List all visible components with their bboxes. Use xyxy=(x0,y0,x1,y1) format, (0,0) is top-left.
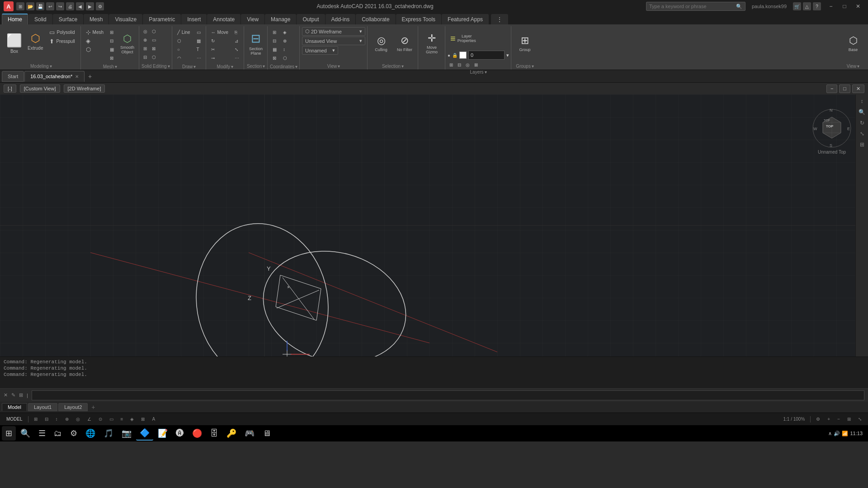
modify-trim-btn[interactable]: ✂ xyxy=(209,45,230,53)
rt-extents-btn[interactable]: ⤡ xyxy=(857,129,867,139)
move-gizmo-button[interactable]: ✛ MoveGizmo xyxy=(420,27,443,60)
file-explorer-btn[interactable]: 🗂 xyxy=(50,426,66,441)
modeling-label[interactable]: Modeling ▾ xyxy=(4,62,79,70)
app-btn-6[interactable]: 🔴 xyxy=(189,426,206,441)
solid-edit-btn-3[interactable]: ⊞ xyxy=(142,44,149,52)
tab-start[interactable]: Start xyxy=(2,71,24,82)
status-model-label[interactable]: MODEL xyxy=(4,416,25,422)
coord-btn-5[interactable]: ◈ xyxy=(281,28,289,36)
tab-mesh[interactable]: Mesh xyxy=(84,14,108,24)
rt-orbit-btn[interactable]: ↻ xyxy=(857,118,867,128)
mesh-label[interactable]: Mesh ▾ xyxy=(83,64,137,70)
status-snap-btn[interactable]: ⊟ xyxy=(42,416,51,422)
smooth-object-button[interactable]: ⬡ SmoothObject xyxy=(118,27,137,60)
tab-output[interactable]: Output xyxy=(297,14,325,24)
status-minus-btn[interactable]: − xyxy=(835,416,843,422)
modify-label[interactable]: Modify ▾ xyxy=(208,64,242,70)
tab-collaborate[interactable]: Collaborate xyxy=(356,14,395,24)
model-tab-add-button[interactable]: + xyxy=(89,404,98,411)
search-box[interactable]: 🔍 xyxy=(646,2,745,11)
status-settings-btn[interactable]: ⚙ xyxy=(813,416,823,422)
modify-more-btn[interactable]: ⋯ xyxy=(233,54,241,62)
tray-sound-icon[interactable]: 🔊 xyxy=(834,431,840,436)
solid-editing-label[interactable]: Solid Editing ▾ xyxy=(142,62,170,70)
print-icon[interactable]: 🖨 xyxy=(66,2,74,10)
modify-copy-btn[interactable]: ⎘ xyxy=(233,28,241,36)
tab-parametric[interactable]: Parametric xyxy=(143,14,181,24)
photos-btn[interactable]: 📷 xyxy=(118,426,135,441)
tab-surface[interactable]: Surface xyxy=(53,14,83,24)
vp-close-btn[interactable]: ✕ xyxy=(852,84,864,93)
search-taskbar-btn[interactable]: 🔍 xyxy=(17,426,34,441)
coord-btn-8[interactable]: ⬡ xyxy=(281,54,289,62)
modify-move-btn[interactable]: ↔ Move xyxy=(209,28,230,36)
modify-extend-btn[interactable]: ⊸ xyxy=(209,54,230,62)
tab-close-icon[interactable]: ✕ xyxy=(75,74,79,79)
game-btn[interactable]: 🎮 xyxy=(241,426,258,441)
section-label[interactable]: Section ▾ xyxy=(246,62,265,70)
edge-btn[interactable]: 🌐 xyxy=(82,426,99,441)
app-btn-8[interactable]: 🔑 xyxy=(223,426,240,441)
solid-edit-btn-5[interactable]: ⬡ xyxy=(150,27,158,35)
model-tab-layout1[interactable]: Layout1 xyxy=(28,403,57,411)
status-ducs-btn[interactable]: ⊙ xyxy=(96,416,105,422)
layer-input[interactable] xyxy=(468,51,505,60)
draw-line-btn[interactable]: ╱ Line xyxy=(175,28,192,36)
section-plane-button[interactable]: ⊟ SectionPlane xyxy=(246,27,265,60)
redo-icon[interactable]: ↪ xyxy=(56,2,64,10)
draw-more-btn[interactable]: ⋯ xyxy=(195,54,203,62)
tab-featured-apps[interactable]: Featured Apps xyxy=(442,14,489,24)
store-icon[interactable]: 🛒 xyxy=(793,2,801,10)
draw-text-btn[interactable]: T xyxy=(195,45,203,53)
draw-circle-btn[interactable]: ○ xyxy=(175,45,192,53)
tab-view[interactable]: View xyxy=(241,14,264,24)
draw-arc-btn[interactable]: ◠ xyxy=(175,54,192,62)
view-cube[interactable]: N S W E TOP TOP Unnamed Top xyxy=(809,108,854,162)
cmd-pencil-icon[interactable]: ✎ xyxy=(11,392,15,398)
status-osnap-btn[interactable]: ◎ xyxy=(73,416,83,422)
status-polar-btn[interactable]: ⊕ xyxy=(62,416,71,422)
rt-pan-btn[interactable]: ↕ xyxy=(857,96,867,106)
tab-annotate[interactable]: Annotate xyxy=(207,14,241,24)
tab-addins[interactable]: Add-ins xyxy=(326,14,356,24)
layer-btn-1[interactable]: ⊞ xyxy=(448,61,455,69)
presspull-button[interactable]: ⬆ Presspull xyxy=(47,37,76,45)
save-icon[interactable]: 💾 xyxy=(36,2,44,10)
draw-rect-btn[interactable]: ▭ xyxy=(195,28,203,36)
undo-icon[interactable]: ↩ xyxy=(46,2,54,10)
status-dyn-btn[interactable]: ▭ xyxy=(107,416,116,422)
help-icon[interactable]: ? xyxy=(813,2,821,10)
viewport-view-btn[interactable]: [Custom View] xyxy=(20,84,60,93)
status-viewport-btn[interactable]: ⊞ xyxy=(844,416,854,422)
task-view-btn[interactable]: ☰ xyxy=(35,426,49,441)
tab-add-button[interactable]: + xyxy=(85,71,95,81)
cmd-x-icon[interactable]: ✕ xyxy=(4,392,8,398)
base-button[interactable]: ⬡ Base xyxy=(842,27,864,60)
notepad-btn[interactable]: 📝 xyxy=(154,426,171,441)
selection-label[interactable]: Selection ▾ xyxy=(370,62,416,70)
tab-visualize[interactable]: Visualize xyxy=(109,14,142,24)
antivirus-btn[interactable]: 🅐 xyxy=(172,426,188,441)
close-button[interactable]: ✕ xyxy=(852,2,864,11)
rt-window-btn[interactable]: ⊞ xyxy=(857,140,867,150)
unnamed-dropdown[interactable]: Unnamed ▾ xyxy=(302,46,338,55)
solid-edit-btn-8[interactable]: ⬡ xyxy=(150,53,158,61)
status-ortho-btn[interactable]: ↕ xyxy=(53,416,61,422)
solid-edit-btn-6[interactable]: ▭ xyxy=(150,36,158,44)
view-cube-label[interactable]: Unnamed Top xyxy=(818,150,846,155)
tab-octahedron[interactable]: 16.03_octahedron* ✕ xyxy=(24,71,85,82)
groups-label[interactable]: Groups ▾ xyxy=(514,62,536,70)
settings-taskbar-btn[interactable]: ⚙ xyxy=(66,426,81,441)
status-grid-btn[interactable]: ⊞ xyxy=(31,416,40,422)
mesh-btn-1[interactable]: ⊹ Mesh xyxy=(84,28,105,36)
view-label[interactable]: View ▾ xyxy=(302,62,365,70)
saved-view-dropdown[interactable]: Unsaved View ▾ xyxy=(302,37,365,45)
redo2-icon[interactable]: ▶ xyxy=(86,2,94,10)
status-fullscreen-btn[interactable]: ⤡ xyxy=(855,416,864,422)
draw-hatch-btn[interactable]: ▦ xyxy=(195,37,203,45)
spotify-btn[interactable]: 🎵 xyxy=(100,426,117,441)
monitor-btn[interactable]: 🖥 xyxy=(259,426,274,441)
account-icon[interactable]: △ xyxy=(803,2,811,10)
layer-properties-button[interactable]: ≡ LayerProperties xyxy=(448,27,479,50)
viewport-wireframe-btn[interactable]: [2D Wireframe] xyxy=(64,84,105,93)
